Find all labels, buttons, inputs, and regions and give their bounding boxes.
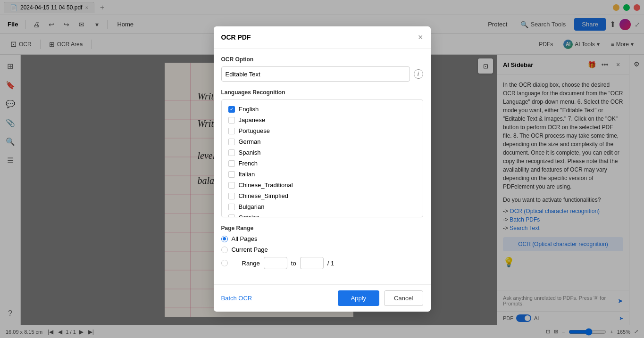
ocr-option-select[interactable]: Editable Text (221, 66, 410, 82)
language-checkbox[interactable] (228, 149, 235, 156)
language-item[interactable]: Bulgarian (226, 201, 419, 212)
footer-buttons: Apply Cancel (338, 290, 423, 306)
language-item[interactable]: German (226, 136, 419, 147)
language-checkbox[interactable] (228, 139, 235, 145)
dialog-title: OCR PDF (221, 33, 418, 41)
languages-list: ✓EnglishJapanesePortugueseGermanSpanishF… (221, 99, 423, 217)
ocr-option-row: Editable Text i (221, 66, 423, 82)
language-label: Portuguese (239, 127, 270, 134)
language-item[interactable]: Chinese_Traditional (226, 180, 419, 190)
dialog-header: OCR PDF × (214, 26, 431, 49)
language-checkbox[interactable] (228, 214, 235, 218)
dialog-footer: Batch OCR Apply Cancel (214, 284, 431, 312)
ocr-option-dropdown[interactable]: Editable Text (226, 71, 406, 78)
language-checkbox[interactable] (228, 182, 235, 189)
range-option[interactable]: Range to / 1 (221, 257, 423, 269)
range-label: Range (242, 260, 260, 267)
info-icon[interactable]: i (414, 69, 423, 79)
language-checkbox[interactable] (228, 128, 235, 134)
current-page-option[interactable]: Current Page (221, 246, 423, 253)
language-label: German (239, 138, 261, 145)
dialog-body: OCR Option Editable Text i Languages Rec… (214, 49, 431, 284)
language-item[interactable]: Italian (226, 169, 419, 180)
language-checkbox[interactable] (228, 204, 235, 210)
language-item[interactable]: Catalan (226, 212, 419, 217)
language-item[interactable]: Japanese (226, 115, 419, 125)
language-label: English (239, 106, 259, 113)
language-item[interactable]: Spanish (226, 147, 419, 158)
current-page-radio[interactable] (221, 247, 228, 253)
language-checkbox[interactable] (228, 171, 235, 178)
language-checkbox[interactable] (228, 117, 235, 124)
language-label: Chinese_Traditional (239, 181, 293, 189)
languages-label: Languages Recognition (221, 89, 423, 96)
range-row: Range to / 1 (232, 257, 335, 269)
language-label: Bulgarian (239, 203, 265, 210)
language-item[interactable]: Chinese_Simpfied (226, 190, 419, 201)
language-label: Catalan (239, 214, 260, 217)
range-from-input[interactable] (264, 257, 287, 269)
page-range-section: Page Range All Pages Current Page Range (221, 225, 423, 269)
ocr-dialog: OCR PDF × OCR Option Editable Text i Lan… (214, 26, 431, 312)
range-total-label: / 1 (327, 260, 334, 267)
current-page-label: Current Page (232, 246, 268, 253)
cancel-button[interactable]: Cancel (384, 290, 423, 306)
all-pages-label: All Pages (232, 235, 258, 242)
language-item[interactable]: French (226, 158, 419, 169)
apply-button[interactable]: Apply (338, 290, 380, 306)
radio-group: All Pages Current Page Range to / (221, 235, 423, 269)
language-label: Spanish (239, 149, 261, 156)
dialog-overlay: OCR PDF × OCR Option Editable Text i Lan… (0, 0, 644, 338)
range-to-label: to (291, 260, 296, 267)
range-to-input[interactable] (300, 257, 324, 269)
language-label: Japanese (239, 116, 265, 124)
language-label: Italian (239, 171, 255, 178)
language-checkbox[interactable]: ✓ (228, 106, 235, 113)
language-label: French (239, 160, 258, 167)
language-item[interactable]: ✓English (226, 104, 419, 115)
batch-ocr-link[interactable]: Batch OCR (221, 295, 252, 302)
page-range-label: Page Range (221, 225, 423, 231)
dialog-close-button[interactable]: × (418, 33, 423, 41)
all-pages-radio[interactable] (221, 236, 228, 242)
ocr-option-label: OCR Option (221, 56, 423, 63)
range-radio[interactable] (221, 260, 228, 266)
all-pages-option[interactable]: All Pages (221, 235, 423, 242)
language-checkbox[interactable] (228, 160, 235, 167)
language-label: Chinese_Simpfied (239, 192, 289, 199)
language-checkbox[interactable] (228, 193, 235, 199)
language-item[interactable]: Portuguese (226, 125, 419, 136)
